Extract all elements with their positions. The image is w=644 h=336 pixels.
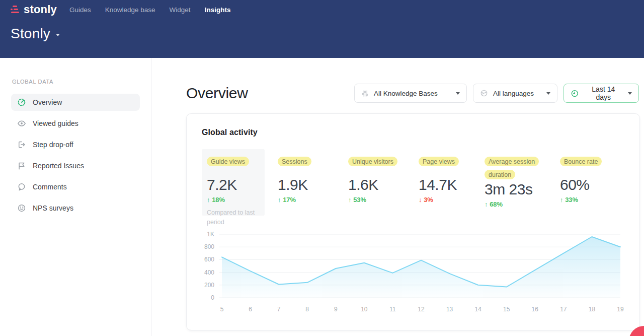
filter-bar: All Knowledge Bases All languages <box>354 84 639 103</box>
svg-text:600: 600 <box>204 256 214 263</box>
metric-label[interactable]: Average session duration <box>485 157 539 179</box>
main-content: Overview All Knowledge Bases <box>151 58 644 336</box>
metric-sessions[interactable]: Sessions 1.9K ↑ 17% <box>278 149 348 216</box>
sidebar-item-comments[interactable]: Comments <box>11 178 140 195</box>
filter-label: Last 14 days <box>584 85 623 101</box>
metric-label[interactable]: Unique visitors <box>348 157 397 166</box>
metric-guide-views[interactable]: Guide views 7.2K ↑ 18% Compared to last … <box>202 149 265 216</box>
svg-text:13: 13 <box>446 306 453 313</box>
metric-bounce-rate[interactable]: Bounce rate 60% ↑ 33% <box>560 149 602 216</box>
svg-text:400: 400 <box>204 269 214 276</box>
chevron-down-icon <box>628 92 632 95</box>
svg-text:1K: 1K <box>207 231 214 238</box>
sidebar-item-reported-issues[interactable]: Reported Issues <box>11 157 140 174</box>
nav-item-widget[interactable]: Widget <box>170 6 191 14</box>
svg-text:17: 17 <box>560 306 567 313</box>
metric-value: 14.7K <box>419 176 485 193</box>
chevron-down-icon <box>56 34 60 36</box>
metric-value: 7.2K <box>207 176 260 193</box>
language-filter-dropdown[interactable]: All languages <box>473 84 557 103</box>
sidebar-item-label: Viewed guides <box>33 119 78 127</box>
svg-text:9: 9 <box>334 306 338 313</box>
metric-label[interactable]: Guide views <box>207 157 249 166</box>
stonly-logo[interactable]: stonly <box>10 3 57 16</box>
svg-text:16: 16 <box>532 306 539 313</box>
filter-label: All languages <box>493 90 534 97</box>
clock-icon <box>571 89 579 98</box>
sidebar-item-label: Step drop-off <box>33 141 73 149</box>
metric-delta: ↑ 17% <box>278 196 348 204</box>
svg-text:800: 800 <box>204 243 214 250</box>
svg-text:14: 14 <box>474 306 481 313</box>
top-navbar: stonly Guides Knowledge base Widget Insi… <box>0 0 644 58</box>
nav-item-guides[interactable]: Guides <box>69 6 91 14</box>
sidebar-item-step-drop-off[interactable]: Step drop-off <box>11 136 140 153</box>
metric-value: 60% <box>560 176 602 193</box>
metric-value: 1.6K <box>348 176 419 193</box>
metric-delta: ↑ 33% <box>560 196 602 204</box>
knowledge-base-filter-dropdown[interactable]: All Knowledge Bases <box>354 84 467 103</box>
metric-value: 3m 23s <box>485 181 560 198</box>
workspace-switcher[interactable]: Stonly <box>0 19 644 42</box>
metric-note: Compared to last period <box>207 208 260 227</box>
workspace-title: Stonly <box>11 26 50 42</box>
main-nav: Guides Knowledge base Widget Insights <box>69 6 230 14</box>
eye-icon <box>17 119 26 128</box>
svg-text:18: 18 <box>589 306 596 313</box>
global-activity-card: Global activity Guide views 7.2K ↑ 18% C… <box>186 113 640 330</box>
gauge-icon <box>17 98 26 107</box>
metric-delta: ↑ 18% <box>207 196 260 204</box>
nav-item-insights[interactable]: Insights <box>205 6 231 14</box>
chevron-down-icon <box>546 92 550 95</box>
stonly-logo-icon <box>10 6 20 14</box>
flag-icon <box>17 161 26 170</box>
chevron-down-icon <box>456 92 460 95</box>
sidebar-item-label: NPS surveys <box>33 204 73 212</box>
metric-delta: ↑ 68% <box>485 200 560 208</box>
metric-avg-session-duration[interactable]: Average session duration 3m 23s ↑ 68% <box>485 149 560 216</box>
sidebar-item-label: Overview <box>33 98 62 106</box>
card-title: Global activity <box>202 128 624 137</box>
trend-arrow-icon: ↑ <box>278 196 281 204</box>
trend-arrow-icon: ↑ <box>348 196 352 204</box>
sidebar-section-label: GLOBAL DATA <box>12 79 151 85</box>
nav-item-knowledge-base[interactable]: Knowledge base <box>105 6 155 14</box>
sidebar-item-nps-surveys[interactable]: NPS surveys <box>11 199 140 217</box>
sidebar-item-viewed-guides[interactable]: Viewed guides <box>11 115 140 132</box>
metric-label[interactable]: Page views <box>419 157 459 166</box>
trend-arrow-icon: ↑ <box>560 196 564 204</box>
svg-text:7: 7 <box>277 306 281 313</box>
svg-text:19: 19 <box>617 306 624 313</box>
date-range-dropdown[interactable]: Last 14 days <box>564 84 639 103</box>
sidebar-item-overview[interactable]: Overview <box>11 94 140 111</box>
trend-arrow-icon: ↓ <box>419 196 422 204</box>
metric-label[interactable]: Bounce rate <box>560 157 602 166</box>
sidebar-item-label: Reported Issues <box>33 162 84 170</box>
metric-delta: ↑ 53% <box>348 196 419 204</box>
globe-icon <box>480 89 488 97</box>
metric-page-views[interactable]: Page views 14.7K ↓ 3% <box>419 149 485 216</box>
svg-text:200: 200 <box>204 282 214 289</box>
global-activity-chart: 1K8006004002000 567891011121314151617181… <box>202 228 624 320</box>
svg-text:15: 15 <box>503 306 510 313</box>
comment-icon <box>17 182 26 191</box>
svg-text:5: 5 <box>220 306 224 313</box>
stonly-logo-text: stonly <box>24 3 57 16</box>
svg-text:6: 6 <box>249 306 252 313</box>
sliders-icon <box>361 90 369 97</box>
metric-label[interactable]: Sessions <box>278 157 311 166</box>
svg-text:8: 8 <box>305 306 309 313</box>
metric-unique-visitors[interactable]: Unique visitors 1.6K ↑ 53% <box>348 149 419 216</box>
svg-text:0: 0 <box>211 294 214 301</box>
svg-text:12: 12 <box>418 306 425 313</box>
filter-label: All Knowledge Bases <box>374 90 438 97</box>
sidebar-item-label: Comments <box>33 183 67 191</box>
step-exit-icon <box>17 140 26 149</box>
trend-arrow-icon: ↑ <box>485 200 488 208</box>
svg-text:10: 10 <box>361 306 368 313</box>
page-title: Overview <box>186 84 248 103</box>
metric-delta: ↓ 3% <box>419 196 485 204</box>
metric-value: 1.9K <box>278 176 348 193</box>
svg-text:11: 11 <box>389 306 396 313</box>
sidebar: GLOBAL DATA Overview Viewed guides <box>0 58 151 336</box>
